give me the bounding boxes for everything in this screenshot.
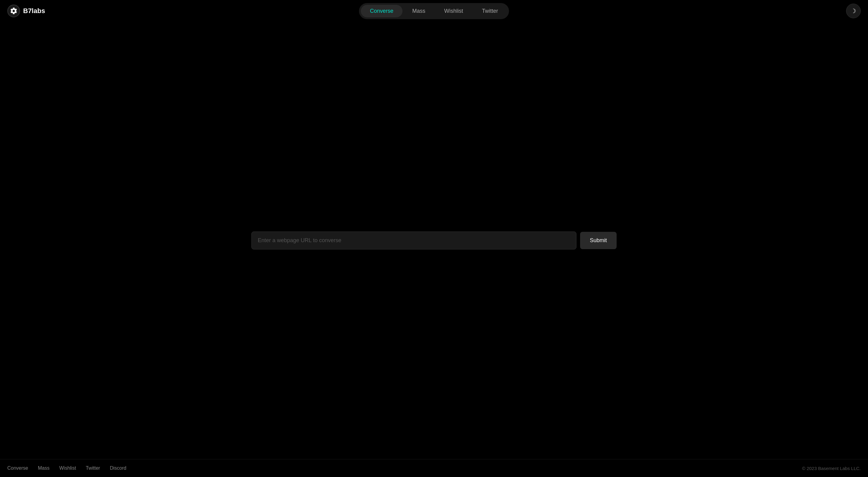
footer-nav: Converse Mass Wishlist Twitter Discord [7, 466, 126, 471]
header: B7labs Converse Mass Wishlist Twitter ☽ [0, 0, 868, 22]
url-input[interactable] [251, 231, 577, 250]
footer: Converse Mass Wishlist Twitter Discord ©… [0, 459, 868, 477]
footer-nav-converse[interactable]: Converse [7, 466, 28, 471]
logo-icon [7, 5, 20, 17]
nav-tab-wishlist[interactable]: Wishlist [435, 5, 472, 17]
submit-button[interactable]: Submit [580, 232, 617, 249]
nav-tab-mass[interactable]: Mass [403, 5, 435, 17]
footer-nav-wishlist[interactable]: Wishlist [59, 466, 76, 471]
nav-tabs: Converse Mass Wishlist Twitter [359, 3, 509, 19]
gear-icon [10, 7, 18, 15]
theme-toggle-button[interactable]: ☽ [846, 4, 861, 18]
logo-text: B7labs [23, 7, 45, 15]
footer-nav-twitter[interactable]: Twitter [86, 466, 100, 471]
logo-link[interactable]: B7labs [7, 5, 45, 17]
footer-nav-discord[interactable]: Discord [110, 466, 126, 471]
nav-tab-converse[interactable]: Converse [361, 5, 402, 17]
nav-tab-twitter[interactable]: Twitter [473, 5, 507, 17]
url-input-area: Submit [251, 231, 617, 250]
footer-nav-mass[interactable]: Mass [38, 466, 49, 471]
main-content: Submit [0, 22, 868, 459]
footer-copyright: © 2023 Basement Labs LLC. [802, 466, 861, 471]
